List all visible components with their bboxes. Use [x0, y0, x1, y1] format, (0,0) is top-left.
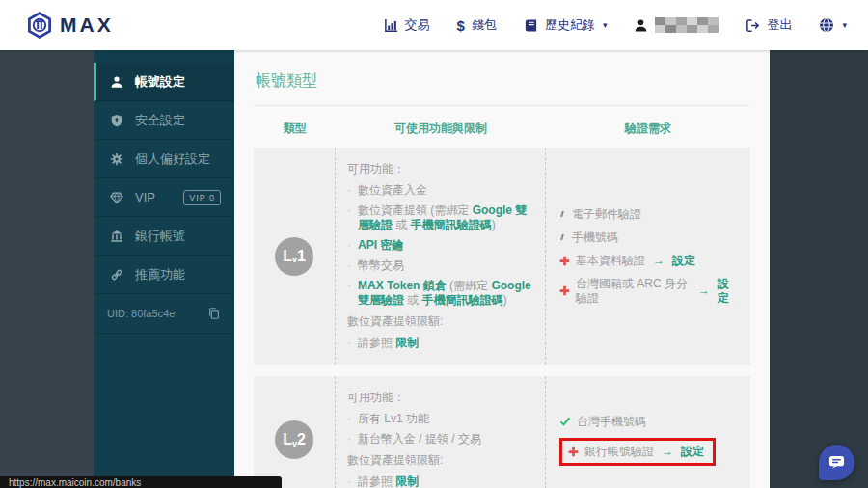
chat-launcher[interactable]: [819, 445, 854, 480]
red-plus-icon: [559, 256, 570, 266]
red-plus-icon: [568, 447, 579, 457]
settings-sidebar: 帳號設定 安全設定 個人偏好設定 V: [94, 50, 234, 488]
logout-icon: [746, 18, 760, 33]
shield-icon: [110, 114, 123, 127]
user-menu[interactable]: [634, 17, 719, 33]
badge-text: v: [292, 440, 297, 448]
red-plus-icon: [559, 285, 570, 296]
limit-item: ·請參照 限制: [347, 474, 533, 488]
green-check-icon: [559, 416, 571, 427]
limit-link[interactable]: 限制: [395, 474, 419, 488]
top-navbar: MAX 交易 $ 錢包 歷史紀錄 ▾: [0, 0, 868, 50]
bullet: ·: [347, 336, 351, 350]
feature-item: ·數位資產入金: [347, 183, 533, 198]
sidebar-item-security-settings[interactable]: 安全設定: [94, 101, 234, 140]
logo-wordmark: MAX: [60, 14, 114, 37]
bank-verification-highlight-box: 銀行帳號驗證 → 設定: [559, 438, 716, 466]
bullet: ·: [347, 203, 351, 232]
feature-item: ·API 密鑰: [347, 238, 533, 253]
user-icon: [634, 18, 648, 33]
gem-icon: [110, 191, 123, 204]
chevron-down-icon: ▾: [603, 20, 608, 30]
chevron-down-icon: ▾: [842, 20, 847, 30]
badge-text: 1: [297, 249, 306, 264]
bullet: ·: [347, 474, 351, 488]
lv1-requirements-cell: 電子郵件驗證 手機號碼 基本資料驗證 → 設定 台灣國籍或 ARC 身分驗證 →…: [546, 148, 750, 365]
sidebar-item-preferences[interactable]: 個人偏好設定: [94, 140, 234, 178]
lv2-badge-cell: Lv2: [254, 376, 336, 488]
bullet: ·: [347, 279, 351, 308]
account-type-panel: 帳號類型 類型 可使用功能與限制 驗證需求 Lv1 可用功能： ·數位資產入金 …: [234, 50, 770, 488]
bank-icon: [110, 230, 123, 243]
nav-wallet-label: 錢包: [472, 16, 497, 34]
nav-history[interactable]: 歷史紀錄 ▾: [524, 16, 608, 34]
navbar-menu: 交易 $ 錢包 歷史紀錄 ▾ 登出: [384, 16, 847, 34]
uid-value: UID: 80fa5c4e: [107, 308, 175, 319]
requirement-bank: 銀行帳號驗證: [584, 444, 654, 460]
withdrawal-limit-title: 數位資產提領限額:: [347, 313, 533, 330]
max-logo-icon: [25, 11, 54, 40]
nav-logout-label: 登出: [767, 16, 792, 34]
bullet: ·: [347, 432, 351, 447]
arrow-icon: →: [653, 254, 665, 268]
max-token-lock-link[interactable]: MAX Token 鎖倉: [358, 279, 447, 292]
user-icon: [110, 75, 123, 89]
api-key-link[interactable]: API 密鑰: [358, 238, 403, 253]
features-title: 可用功能：: [347, 161, 533, 177]
limit-item: ·請參照 限制: [347, 336, 533, 350]
tick-icon: [560, 211, 564, 217]
arrow-icon: →: [698, 284, 710, 298]
bullet: ·: [347, 412, 351, 426]
dollar-icon: $: [457, 17, 465, 34]
max-logo[interactable]: MAX: [25, 11, 114, 40]
header-type: 類型: [254, 121, 336, 137]
nav-logout[interactable]: 登出: [746, 16, 792, 34]
tick-icon: [560, 234, 564, 240]
identity-setup-link[interactable]: 設定: [718, 277, 737, 306]
nav-trade[interactable]: 交易: [384, 16, 430, 34]
sms-code-link[interactable]: 手機簡訊驗證碼: [411, 218, 492, 231]
language-menu[interactable]: ▾: [819, 17, 847, 33]
bullet: ·: [347, 183, 351, 198]
sidebar-item-bank-accounts[interactable]: 銀行帳號: [94, 217, 234, 256]
feature-item: ·MAX Token 鎖倉 (需綁定 Google 雙層驗證 或 手機簡訊驗證碼…: [347, 279, 533, 308]
requirement-tw-phone: 台灣手機號碼: [559, 415, 737, 429]
lv1-badge-cell: Lv1: [254, 148, 336, 365]
lv1-features-cell: 可用功能： ·數位資產入金 ·數位資產提領 (需綁定 Google 雙層驗證 或…: [336, 148, 546, 365]
sidebar-item-label: 安全設定: [135, 112, 185, 129]
withdrawal-limit-title: 數位資產提領限額:: [347, 452, 533, 469]
arrow-icon: →: [662, 445, 673, 458]
lv1-badge: Lv1: [275, 237, 313, 276]
bullet: ·: [347, 258, 351, 273]
sms-code-link[interactable]: 手機簡訊驗證碼: [422, 293, 503, 307]
page-background-right: [770, 50, 868, 488]
bank-setup-link[interactable]: 設定: [681, 444, 704, 460]
feature-item: ·幣幣交易: [347, 258, 533, 273]
badge-text: L: [283, 432, 292, 447]
lv1-row: Lv1 可用功能： ·數位資產入金 ·數位資產提領 (需綁定 Google 雙層…: [254, 148, 750, 365]
sidebar-item-account-settings[interactable]: 帳號設定: [94, 63, 234, 101]
basic-info-setup-link[interactable]: 設定: [672, 254, 695, 268]
sidebar-item-label: 銀行帳號: [135, 228, 185, 245]
badge-text: L: [283, 249, 292, 264]
page-background-left: [0, 50, 94, 488]
feature-item: ·新台幣入金 / 提領 / 交易: [347, 432, 533, 447]
feature-item: ·所有 Lv1 功能: [347, 412, 533, 426]
requirement-basic-info: 基本資料驗證 → 設定: [559, 254, 737, 268]
book-icon: [524, 18, 538, 33]
account-type-table-header: 類型 可使用功能與限制 驗證需求: [254, 106, 750, 148]
nav-wallet[interactable]: $ 錢包: [457, 16, 497, 34]
bullet: ·: [347, 238, 351, 253]
requirement-phone: 手機號碼: [559, 230, 737, 245]
copy-icon[interactable]: [207, 307, 221, 320]
sidebar-item-vip[interactable]: VIP VIP 0: [94, 178, 234, 217]
sidebar-item-label: 帳號設定: [135, 73, 185, 91]
sidebar-item-label: VIP: [135, 190, 155, 204]
limit-link[interactable]: 限制: [395, 336, 419, 349]
redacted-username: [655, 17, 719, 33]
bar-chart-icon: [384, 18, 398, 33]
sidebar-item-referral[interactable]: 推薦功能: [94, 256, 234, 294]
lv2-row: Lv2 可用功能： ·所有 Lv1 功能 ·新台幣入金 / 提領 / 交易 數位…: [254, 376, 750, 488]
header-requirements: 驗證需求: [546, 121, 750, 137]
lv2-features-cell: 可用功能： ·所有 Lv1 功能 ·新台幣入金 / 提領 / 交易 數位資產提領…: [336, 376, 546, 488]
